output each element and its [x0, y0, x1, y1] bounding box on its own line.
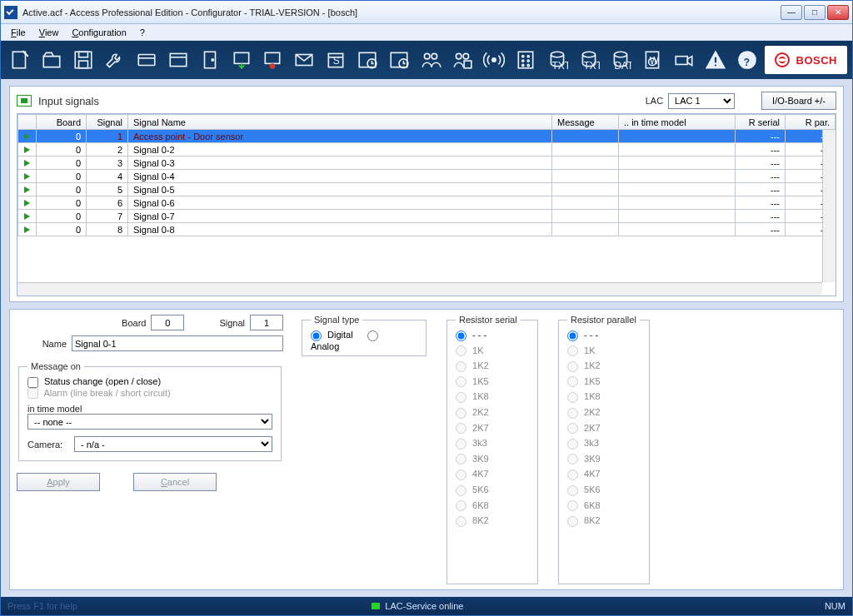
card-icon[interactable]: [132, 46, 161, 74]
camera-icon[interactable]: [670, 46, 698, 74]
db-txt2-icon[interactable]: TXT: [575, 46, 603, 74]
svg-text:TXT: TXT: [551, 60, 568, 71]
svg-point-24: [463, 53, 469, 59]
keypad-icon[interactable]: [511, 46, 540, 74]
warning-icon[interactable]: [701, 46, 730, 74]
svg-rect-2: [78, 52, 87, 57]
col-message[interactable]: Message: [552, 115, 619, 130]
resistor-serial-group: Resistor serial - - - 1K 1K2 1K5 1K8 2K2…: [446, 315, 538, 584]
board-field[interactable]: [151, 315, 184, 330]
res-serial-option: 3K9: [456, 454, 529, 465]
people-icon[interactable]: [417, 46, 445, 74]
bosch-logo-icon: [775, 52, 790, 67]
envelope-icon[interactable]: [290, 46, 318, 74]
db-txt1-icon[interactable]: TXT: [543, 46, 571, 74]
res-serial-option: 6K8: [456, 500, 529, 512]
maximize-button[interactable]: □: [804, 5, 826, 20]
menu-view[interactable]: View: [34, 26, 64, 39]
new-icon[interactable]: [6, 46, 34, 74]
resistor-serial-legend: Resistor serial: [456, 315, 521, 325]
status-change-checkbox[interactable]: Status change (open / close): [27, 376, 161, 386]
toolbar: STXTTXTDATAW? BOSCH: [1, 41, 852, 79]
grid-hscroll[interactable]: [17, 282, 822, 296]
svg-point-12: [270, 63, 276, 69]
row-arrow-icon: [24, 147, 30, 153]
res-serial-option[interactable]: - - -: [456, 330, 529, 341]
people2-icon[interactable]: [448, 46, 476, 74]
minimize-button[interactable]: —: [781, 5, 802, 20]
clock1-icon[interactable]: [353, 46, 382, 74]
doc-w-icon[interactable]: W: [638, 46, 666, 74]
app-window: Active.acf - Access Professional Edition…: [0, 0, 853, 616]
svg-rect-3: [78, 61, 87, 68]
input-red-icon[interactable]: [259, 46, 287, 74]
wrench-icon[interactable]: [101, 46, 129, 74]
menu-help[interactable]: ?: [135, 26, 150, 39]
db-data-icon[interactable]: DATA: [606, 46, 635, 74]
col-signal-name[interactable]: Signal Name: [128, 115, 552, 130]
svg-point-38: [614, 52, 626, 57]
camera-select[interactable]: - n/a -: [74, 436, 272, 452]
col-signal[interactable]: Signal: [87, 115, 128, 130]
col-arrow[interactable]: [18, 115, 37, 130]
bosch-badge: BOSCH: [765, 46, 847, 74]
table-row[interactable]: 02Signal 0-2------: [18, 143, 836, 156]
signal-label: Signal: [219, 318, 245, 328]
titlebar: Active.acf - Access Professional Edition…: [1, 1, 852, 24]
open-icon[interactable]: [37, 46, 66, 74]
svg-rect-1: [75, 52, 92, 68]
svg-point-30: [522, 60, 524, 62]
signal-field[interactable]: [250, 315, 283, 330]
resistor-parallel-group: Resistor parallel - - - 1K 1K2 1K5 1K8 2…: [558, 315, 650, 584]
input-signals-icon: [17, 95, 32, 107]
time-model-select[interactable]: -- none --: [27, 414, 272, 430]
svg-point-45: [715, 64, 716, 66]
board-label: Board: [96, 318, 146, 328]
table-row[interactable]: 04Signal 0-4------: [18, 170, 836, 183]
app-icon: [4, 6, 17, 19]
row-arrow-icon: [24, 226, 30, 233]
broadcast-icon[interactable]: [480, 46, 508, 74]
close-button[interactable]: ✕: [827, 5, 849, 20]
panel-icon[interactable]: [164, 46, 192, 74]
time-model-label: in time model: [27, 404, 272, 414]
apply-button[interactable]: Apply: [17, 473, 100, 491]
schedule-icon[interactable]: S: [322, 46, 350, 74]
signals-grid[interactable]: BoardSignalSignal NameMessage.. in time …: [17, 113, 836, 296]
col--in-time-model[interactable]: .. in time model: [619, 115, 736, 130]
io-board-button[interactable]: I/O-Board +/-: [761, 92, 836, 110]
name-field[interactable]: [72, 335, 283, 351]
table-row[interactable]: 07Signal 0-7------: [18, 210, 836, 223]
help-icon[interactable]: ?: [733, 46, 761, 74]
lac-select[interactable]: LAC 1: [668, 93, 735, 109]
res-parallel-option: 1K5: [567, 376, 641, 388]
table-row[interactable]: 01Access point - Door sensor------: [18, 130, 836, 143]
svg-point-21: [425, 53, 431, 59]
grid-vscroll[interactable]: [822, 130, 836, 282]
res-serial-option: 1K2: [456, 360, 529, 372]
table-row[interactable]: 05Signal 0-5------: [18, 183, 836, 196]
clock2-icon[interactable]: [385, 46, 413, 74]
num-indicator: NUM: [825, 601, 846, 611]
cancel-button[interactable]: Cancel: [133, 473, 217, 491]
table-row[interactable]: 08Signal 0-8------: [18, 223, 836, 236]
menu-file[interactable]: File: [6, 26, 31, 39]
door-icon[interactable]: [196, 46, 224, 74]
row-arrow-icon: [24, 213, 30, 220]
svg-point-33: [527, 64, 529, 66]
col-board[interactable]: Board: [37, 115, 87, 130]
digital-radio[interactable]: Digital: [311, 330, 353, 340]
svg-text:S: S: [333, 55, 340, 67]
res-parallel-option[interactable]: - - -: [567, 330, 641, 341]
res-parallel-option: 1K8: [567, 391, 641, 403]
svg-rect-0: [12, 52, 25, 68]
svg-rect-10: [234, 52, 248, 63]
table-row[interactable]: 06Signal 0-6------: [18, 196, 836, 210]
table-row[interactable]: 03Signal 0-3------: [18, 156, 836, 170]
save-icon[interactable]: [69, 46, 97, 74]
input-down-icon[interactable]: [227, 46, 256, 74]
res-parallel-option: 2K7: [567, 423, 641, 435]
menu-configuration[interactable]: Configuration: [67, 26, 131, 39]
col-r-serial[interactable]: R serial: [736, 115, 786, 130]
col-r-par-[interactable]: R par.: [786, 115, 836, 130]
